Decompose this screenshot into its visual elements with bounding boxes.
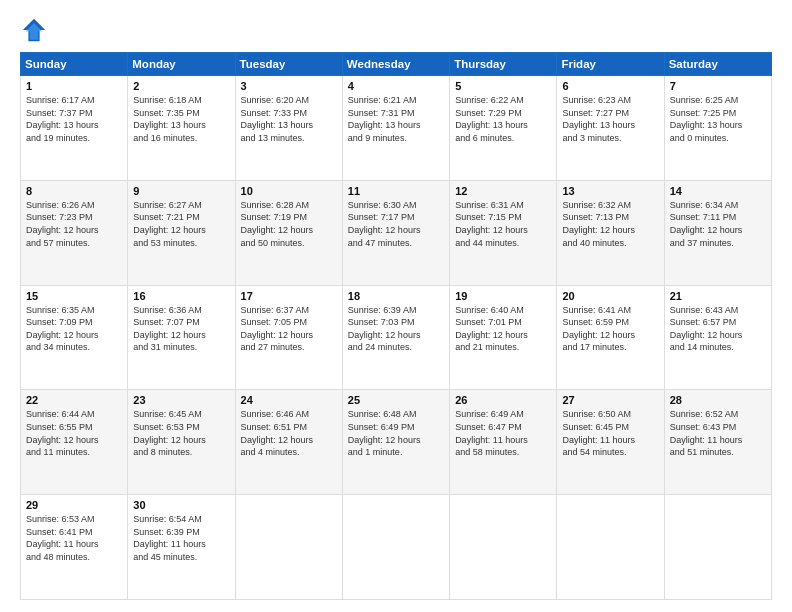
day-cell: 19Sunrise: 6:40 AM Sunset: 7:01 PM Dayli… bbox=[450, 285, 557, 390]
col-header-saturday: Saturday bbox=[664, 53, 771, 76]
day-cell: 22Sunrise: 6:44 AM Sunset: 6:55 PM Dayli… bbox=[21, 390, 128, 495]
day-cell: 11Sunrise: 6:30 AM Sunset: 7:17 PM Dayli… bbox=[342, 180, 449, 285]
day-cell: 12Sunrise: 6:31 AM Sunset: 7:15 PM Dayli… bbox=[450, 180, 557, 285]
day-number: 26 bbox=[455, 394, 551, 406]
day-info: Sunrise: 6:36 AM Sunset: 7:07 PM Dayligh… bbox=[133, 304, 229, 354]
day-cell: 4Sunrise: 6:21 AM Sunset: 7:31 PM Daylig… bbox=[342, 76, 449, 181]
day-info: Sunrise: 6:48 AM Sunset: 6:49 PM Dayligh… bbox=[348, 408, 444, 458]
day-cell: 14Sunrise: 6:34 AM Sunset: 7:11 PM Dayli… bbox=[664, 180, 771, 285]
day-info: Sunrise: 6:46 AM Sunset: 6:51 PM Dayligh… bbox=[241, 408, 337, 458]
day-info: Sunrise: 6:25 AM Sunset: 7:25 PM Dayligh… bbox=[670, 94, 766, 144]
day-number: 4 bbox=[348, 80, 444, 92]
day-number: 11 bbox=[348, 185, 444, 197]
day-info: Sunrise: 6:53 AM Sunset: 6:41 PM Dayligh… bbox=[26, 513, 122, 563]
day-info: Sunrise: 6:17 AM Sunset: 7:37 PM Dayligh… bbox=[26, 94, 122, 144]
day-cell: 5Sunrise: 6:22 AM Sunset: 7:29 PM Daylig… bbox=[450, 76, 557, 181]
col-header-wednesday: Wednesday bbox=[342, 53, 449, 76]
day-cell: 25Sunrise: 6:48 AM Sunset: 6:49 PM Dayli… bbox=[342, 390, 449, 495]
day-info: Sunrise: 6:27 AM Sunset: 7:21 PM Dayligh… bbox=[133, 199, 229, 249]
day-info: Sunrise: 6:26 AM Sunset: 7:23 PM Dayligh… bbox=[26, 199, 122, 249]
week-row-5: 29Sunrise: 6:53 AM Sunset: 6:41 PM Dayli… bbox=[21, 495, 772, 600]
week-row-2: 8Sunrise: 6:26 AM Sunset: 7:23 PM Daylig… bbox=[21, 180, 772, 285]
day-cell: 10Sunrise: 6:28 AM Sunset: 7:19 PM Dayli… bbox=[235, 180, 342, 285]
day-number: 24 bbox=[241, 394, 337, 406]
day-number: 15 bbox=[26, 290, 122, 302]
day-cell: 15Sunrise: 6:35 AM Sunset: 7:09 PM Dayli… bbox=[21, 285, 128, 390]
day-number: 13 bbox=[562, 185, 658, 197]
week-row-1: 1Sunrise: 6:17 AM Sunset: 7:37 PM Daylig… bbox=[21, 76, 772, 181]
day-info: Sunrise: 6:30 AM Sunset: 7:17 PM Dayligh… bbox=[348, 199, 444, 249]
day-number: 3 bbox=[241, 80, 337, 92]
header bbox=[20, 16, 772, 44]
day-info: Sunrise: 6:37 AM Sunset: 7:05 PM Dayligh… bbox=[241, 304, 337, 354]
day-number: 19 bbox=[455, 290, 551, 302]
day-number: 20 bbox=[562, 290, 658, 302]
col-header-monday: Monday bbox=[128, 53, 235, 76]
day-cell: 17Sunrise: 6:37 AM Sunset: 7:05 PM Dayli… bbox=[235, 285, 342, 390]
day-info: Sunrise: 6:54 AM Sunset: 6:39 PM Dayligh… bbox=[133, 513, 229, 563]
day-info: Sunrise: 6:28 AM Sunset: 7:19 PM Dayligh… bbox=[241, 199, 337, 249]
col-header-friday: Friday bbox=[557, 53, 664, 76]
day-number: 29 bbox=[26, 499, 122, 511]
day-info: Sunrise: 6:35 AM Sunset: 7:09 PM Dayligh… bbox=[26, 304, 122, 354]
logo-icon bbox=[20, 16, 48, 44]
day-number: 14 bbox=[670, 185, 766, 197]
day-cell: 23Sunrise: 6:45 AM Sunset: 6:53 PM Dayli… bbox=[128, 390, 235, 495]
day-number: 12 bbox=[455, 185, 551, 197]
day-info: Sunrise: 6:22 AM Sunset: 7:29 PM Dayligh… bbox=[455, 94, 551, 144]
day-info: Sunrise: 6:21 AM Sunset: 7:31 PM Dayligh… bbox=[348, 94, 444, 144]
day-number: 1 bbox=[26, 80, 122, 92]
day-number: 7 bbox=[670, 80, 766, 92]
day-cell: 30Sunrise: 6:54 AM Sunset: 6:39 PM Dayli… bbox=[128, 495, 235, 600]
day-number: 10 bbox=[241, 185, 337, 197]
day-cell: 27Sunrise: 6:50 AM Sunset: 6:45 PM Dayli… bbox=[557, 390, 664, 495]
day-number: 23 bbox=[133, 394, 229, 406]
day-cell bbox=[450, 495, 557, 600]
day-number: 25 bbox=[348, 394, 444, 406]
day-cell bbox=[664, 495, 771, 600]
day-number: 9 bbox=[133, 185, 229, 197]
day-number: 30 bbox=[133, 499, 229, 511]
day-number: 28 bbox=[670, 394, 766, 406]
col-header-tuesday: Tuesday bbox=[235, 53, 342, 76]
day-cell: 28Sunrise: 6:52 AM Sunset: 6:43 PM Dayli… bbox=[664, 390, 771, 495]
logo bbox=[20, 16, 52, 44]
day-cell: 3Sunrise: 6:20 AM Sunset: 7:33 PM Daylig… bbox=[235, 76, 342, 181]
col-header-sunday: Sunday bbox=[21, 53, 128, 76]
day-number: 27 bbox=[562, 394, 658, 406]
day-info: Sunrise: 6:23 AM Sunset: 7:27 PM Dayligh… bbox=[562, 94, 658, 144]
day-cell: 2Sunrise: 6:18 AM Sunset: 7:35 PM Daylig… bbox=[128, 76, 235, 181]
calendar-table: SundayMondayTuesdayWednesdayThursdayFrid… bbox=[20, 52, 772, 600]
day-cell bbox=[557, 495, 664, 600]
day-number: 21 bbox=[670, 290, 766, 302]
week-row-4: 22Sunrise: 6:44 AM Sunset: 6:55 PM Dayli… bbox=[21, 390, 772, 495]
page: SundayMondayTuesdayWednesdayThursdayFrid… bbox=[0, 0, 792, 612]
day-cell: 1Sunrise: 6:17 AM Sunset: 7:37 PM Daylig… bbox=[21, 76, 128, 181]
col-header-thursday: Thursday bbox=[450, 53, 557, 76]
day-info: Sunrise: 6:32 AM Sunset: 7:13 PM Dayligh… bbox=[562, 199, 658, 249]
day-cell: 21Sunrise: 6:43 AM Sunset: 6:57 PM Dayli… bbox=[664, 285, 771, 390]
day-cell: 7Sunrise: 6:25 AM Sunset: 7:25 PM Daylig… bbox=[664, 76, 771, 181]
day-cell: 26Sunrise: 6:49 AM Sunset: 6:47 PM Dayli… bbox=[450, 390, 557, 495]
day-info: Sunrise: 6:31 AM Sunset: 7:15 PM Dayligh… bbox=[455, 199, 551, 249]
day-cell bbox=[342, 495, 449, 600]
day-number: 5 bbox=[455, 80, 551, 92]
day-cell: 6Sunrise: 6:23 AM Sunset: 7:27 PM Daylig… bbox=[557, 76, 664, 181]
day-info: Sunrise: 6:18 AM Sunset: 7:35 PM Dayligh… bbox=[133, 94, 229, 144]
day-cell: 24Sunrise: 6:46 AM Sunset: 6:51 PM Dayli… bbox=[235, 390, 342, 495]
day-number: 16 bbox=[133, 290, 229, 302]
day-number: 18 bbox=[348, 290, 444, 302]
day-cell: 29Sunrise: 6:53 AM Sunset: 6:41 PM Dayli… bbox=[21, 495, 128, 600]
day-info: Sunrise: 6:41 AM Sunset: 6:59 PM Dayligh… bbox=[562, 304, 658, 354]
day-info: Sunrise: 6:39 AM Sunset: 7:03 PM Dayligh… bbox=[348, 304, 444, 354]
day-info: Sunrise: 6:44 AM Sunset: 6:55 PM Dayligh… bbox=[26, 408, 122, 458]
day-info: Sunrise: 6:45 AM Sunset: 6:53 PM Dayligh… bbox=[133, 408, 229, 458]
day-cell: 8Sunrise: 6:26 AM Sunset: 7:23 PM Daylig… bbox=[21, 180, 128, 285]
day-info: Sunrise: 6:20 AM Sunset: 7:33 PM Dayligh… bbox=[241, 94, 337, 144]
day-number: 6 bbox=[562, 80, 658, 92]
day-info: Sunrise: 6:43 AM Sunset: 6:57 PM Dayligh… bbox=[670, 304, 766, 354]
day-cell: 13Sunrise: 6:32 AM Sunset: 7:13 PM Dayli… bbox=[557, 180, 664, 285]
day-cell: 18Sunrise: 6:39 AM Sunset: 7:03 PM Dayli… bbox=[342, 285, 449, 390]
day-info: Sunrise: 6:50 AM Sunset: 6:45 PM Dayligh… bbox=[562, 408, 658, 458]
week-row-3: 15Sunrise: 6:35 AM Sunset: 7:09 PM Dayli… bbox=[21, 285, 772, 390]
